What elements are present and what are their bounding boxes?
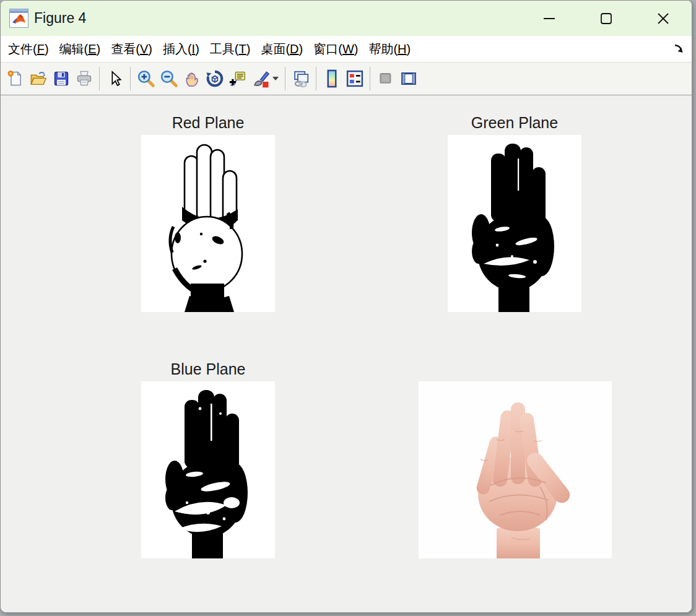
- blue-plane-title: Blue Plane: [141, 360, 275, 378]
- new-figure-button[interactable]: [4, 67, 26, 90]
- print-figure-icon: [76, 70, 93, 87]
- menu-edit[interactable]: 编辑(E): [59, 41, 101, 58]
- red-plane-title: Red Plane: [141, 114, 275, 132]
- titlebar: Figure 4: [1, 1, 692, 36]
- dock-figure-arrow-icon: [672, 42, 686, 56]
- menu-tools[interactable]: 工具(T): [210, 41, 251, 58]
- insert-colorbar-icon: [323, 69, 341, 88]
- edit-plot-pointer-icon: [107, 70, 124, 87]
- save-figure-button[interactable]: [50, 67, 72, 90]
- zoom-in-button[interactable]: [135, 67, 157, 90]
- zoom-in-icon: [137, 69, 155, 88]
- insert-colorbar-button[interactable]: [321, 67, 342, 90]
- original-hand-image: [419, 381, 612, 558]
- pan-button[interactable]: [181, 67, 202, 90]
- menu-window[interactable]: 窗口(W): [313, 41, 358, 58]
- matlab-figure-icon: [9, 9, 28, 28]
- blue-plane-image: [141, 381, 275, 558]
- hide-plot-tools-icon: [377, 70, 394, 87]
- figure-canvas: Red Plane Green Plane Blue Plane: [1, 95, 692, 613]
- figure-window: Figure 4 文件(F) 编辑(E) 查看(V): [0, 0, 692, 613]
- window-title: Figure 4: [34, 10, 86, 27]
- dock-figure-button[interactable]: [672, 41, 687, 56]
- close-icon: [656, 12, 670, 25]
- menu-view[interactable]: 查看(V): [111, 41, 152, 58]
- show-plot-tools-button[interactable]: [398, 67, 419, 90]
- close-button[interactable]: [643, 1, 683, 36]
- pan-hand-icon: [183, 69, 201, 88]
- maximize-button[interactable]: [586, 1, 626, 36]
- binary-hand-green-icon: [448, 135, 581, 312]
- open-file-icon: [30, 70, 47, 87]
- color-hand-photo: [419, 381, 612, 558]
- show-plot-tools-icon: [399, 69, 418, 88]
- binary-hand-blue-icon: [141, 381, 275, 558]
- red-plane-image: [141, 135, 275, 312]
- maximize-icon: [599, 12, 613, 25]
- rotate-3d-icon: [206, 69, 224, 88]
- print-figure-button[interactable]: [73, 67, 95, 90]
- brush-dropdown-caret[interactable]: [272, 77, 279, 80]
- window-controls: [512, 1, 692, 36]
- rotate-3d-button[interactable]: [204, 67, 225, 90]
- hide-plot-tools-button[interactable]: [375, 67, 396, 90]
- insert-legend-icon: [346, 69, 364, 88]
- zoom-out-button[interactable]: [158, 67, 180, 90]
- menubar: 文件(F) 编辑(E) 查看(V) 插入(I) 工具(T) 桌面(D) 窗口(W…: [1, 36, 692, 63]
- toolbar: [1, 63, 692, 95]
- minimize-icon: [542, 12, 556, 25]
- open-file-button[interactable]: [27, 67, 49, 90]
- toolbar-separator: [285, 67, 285, 90]
- toolbar-separator: [316, 67, 316, 90]
- menu-desktop[interactable]: 桌面(D): [261, 41, 303, 58]
- menu-file[interactable]: 文件(F): [8, 41, 49, 58]
- green-plane-image: [448, 135, 581, 312]
- edit-plot-button[interactable]: [104, 67, 126, 90]
- toolbar-separator: [130, 67, 131, 90]
- new-figure-icon: [7, 70, 24, 87]
- binary-hand-red-icon: [141, 135, 275, 312]
- toolbar-separator: [99, 67, 100, 90]
- brush-button[interactable]: [250, 67, 271, 90]
- insert-legend-button[interactable]: [344, 67, 365, 90]
- data-cursor-icon: [228, 69, 247, 88]
- menu-insert[interactable]: 插入(I): [163, 41, 199, 58]
- link-plot-icon: [292, 69, 310, 88]
- brush-icon: [251, 69, 270, 88]
- green-plane-title: Green Plane: [448, 114, 581, 132]
- save-figure-icon: [53, 70, 70, 87]
- zoom-out-icon: [160, 69, 178, 88]
- toolbar-separator: [370, 67, 370, 90]
- link-plot-button[interactable]: [290, 67, 311, 90]
- data-cursor-button[interactable]: [227, 67, 248, 90]
- menu-help[interactable]: 帮助(H): [368, 41, 411, 58]
- minimize-button[interactable]: [529, 1, 569, 36]
